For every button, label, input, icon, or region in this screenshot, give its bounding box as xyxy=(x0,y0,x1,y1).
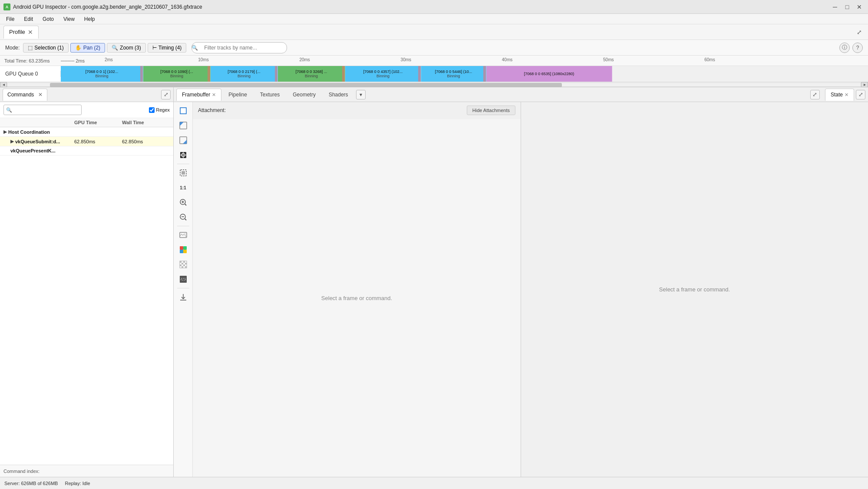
svg-rect-30 xyxy=(180,264,182,266)
app-icon: A xyxy=(3,3,10,10)
minimize-button[interactable]: ─ xyxy=(830,2,840,12)
timing-mode-button[interactable]: ⊢ Timing (4) xyxy=(148,43,187,53)
close-window-button[interactable]: ✕ xyxy=(854,2,865,12)
menu-help[interactable]: Help xyxy=(80,15,99,23)
tab-state[interactable]: State ✕ xyxy=(825,89,854,101)
filter-tracks-input[interactable] xyxy=(191,42,287,53)
scroll-right-arrow[interactable]: ▸ xyxy=(861,82,868,87)
fit-screen-button[interactable] xyxy=(176,166,190,180)
frame-select-button[interactable] xyxy=(176,104,190,118)
svg-rect-32 xyxy=(182,266,183,268)
pan-mode-button[interactable]: ✋ Pan (2) xyxy=(70,43,105,53)
maximize-button[interactable]: □ xyxy=(842,2,852,12)
commands-tab-label: Commands xyxy=(7,92,34,98)
state-tab-close[interactable]: ✕ xyxy=(845,92,848,98)
track-segment-5[interactable]: [7068 0 0 5446] (10... Binning xyxy=(421,66,486,82)
crop-br-button[interactable] xyxy=(176,133,190,147)
toolbar-right: ⓘ ? xyxy=(839,43,863,53)
tabs-overflow-button[interactable]: ▾ xyxy=(356,90,366,99)
regex-checkbox[interactable] xyxy=(149,107,155,113)
actual-size-button[interactable]: 1:1 xyxy=(176,181,190,195)
framebuffer-main: Attachment: Hide Attachments Select a fr… xyxy=(193,102,521,477)
framebuffer-panel-expand[interactable]: ⤢ xyxy=(810,90,820,99)
title-bar-left: A Android GPU Inspector - com.google.a2g… xyxy=(3,3,202,10)
solid-bg-button[interactable] xyxy=(176,272,190,286)
track-segment-3[interactable]: [7068 0 0 3268] ... Binning xyxy=(278,66,345,82)
info-button[interactable]: ⓘ xyxy=(839,43,850,53)
zoom-in-button[interactable] xyxy=(176,195,190,209)
command-index-bar: Command index: xyxy=(0,465,173,477)
image-display-button[interactable] xyxy=(176,228,190,242)
framebuffer-toolbar: 1:1 xyxy=(174,102,193,477)
profile-tab-close[interactable]: ✕ xyxy=(28,29,33,36)
mode-toolbar: Mode: ⬚ Commands Selection (1) ✋ Pan (2)… xyxy=(0,40,868,56)
crop-br-icon xyxy=(179,136,187,144)
expand-icon-vksubmit: ▶ xyxy=(10,139,14,144)
table-row[interactable]: vkQueuePresentK... xyxy=(0,146,173,155)
profile-tab[interactable]: Profile ✕ xyxy=(3,26,39,39)
zoom-mode-button[interactable]: 🔍 Zoom (3) xyxy=(107,43,146,53)
framebuffer-tab-close[interactable]: ✕ xyxy=(212,92,216,98)
commands-search-input[interactable] xyxy=(3,105,82,115)
menu-view[interactable]: View xyxy=(59,15,79,23)
app-title: Android GPU Inspector - com.google.a2g.b… xyxy=(13,4,202,10)
scroll-left-arrow[interactable]: ◂ xyxy=(0,82,7,87)
help-button[interactable]: ? xyxy=(852,43,863,53)
track-segment-0[interactable]: [7068 0 0 1] (102... Binning xyxy=(61,66,143,82)
gpu-queue-row: GPU Queue 0 [7068 0 0 1] (102... Binning… xyxy=(0,66,868,82)
hide-attachments-button[interactable]: Hide Attachments xyxy=(467,106,515,115)
cmd-search-icon: 🔍 xyxy=(6,107,12,113)
framebuffer-content-area: 1:1 xyxy=(174,102,521,477)
replay-value: Idle xyxy=(83,481,90,486)
menu-file[interactable]: File xyxy=(2,15,19,23)
zoom-icon: 🔍 xyxy=(112,45,118,51)
tab-geometry[interactable]: Geometry xyxy=(287,89,322,101)
server-status: Server: 626MB of 626MB xyxy=(4,481,58,486)
tab-pipeline[interactable]: Pipeline xyxy=(222,89,253,101)
tab-shaders[interactable]: Shaders xyxy=(323,89,354,101)
commands-tab[interactable]: Commands ✕ xyxy=(3,89,47,101)
track-segment-6[interactable]: [7068 0 0 6535] (1080x2280) xyxy=(486,66,612,82)
profile-expand-button[interactable]: ⤢ xyxy=(854,27,865,37)
scroll-thumb[interactable] xyxy=(50,83,562,87)
track-segment-4[interactable]: [7068 0 0 4357] (102... Binning xyxy=(345,66,421,82)
selection-icon: ⬚ xyxy=(28,45,33,51)
svg-line-15 xyxy=(185,204,186,205)
commands-list: ▶ Host Coordination ▶ vkQueueSubmit:d...… xyxy=(0,127,173,465)
commands-tab-close[interactable]: ✕ xyxy=(38,92,43,98)
svg-rect-23 xyxy=(180,250,183,253)
checkerboard-button[interactable] xyxy=(176,258,190,271)
tick-20ms: 20ms xyxy=(299,57,310,62)
tick-40ms: 40ms xyxy=(502,57,512,62)
image-icon xyxy=(179,231,187,239)
color-channels-button[interactable] xyxy=(176,243,190,257)
tick-10ms: 10ms xyxy=(198,57,208,62)
regex-label[interactable]: Regex xyxy=(149,107,170,113)
tick-2ms: 2ms xyxy=(105,57,113,62)
scroll-track[interactable] xyxy=(7,83,861,87)
menu-edit[interactable]: Edit xyxy=(20,15,37,23)
tab-framebuffer[interactable]: Framebuffer ✕ xyxy=(176,89,221,101)
svg-point-20 xyxy=(184,233,186,235)
state-panel-expand[interactable]: ⤢ xyxy=(856,90,865,99)
track-segment-2[interactable]: [7068 0 0 2179] (... Binning xyxy=(211,66,278,82)
server-label: Server: xyxy=(4,481,20,486)
filter-search-icon: 🔍 xyxy=(191,45,198,51)
tab-textures[interactable]: Textures xyxy=(254,89,286,101)
crosshair-button[interactable] xyxy=(176,148,190,162)
col-gpu-time: GPU Time xyxy=(74,120,122,125)
timeline-scrollbar[interactable]: ◂ ▸ xyxy=(0,82,868,87)
gpu-queue-tracks[interactable]: [7068 0 0 1] (102... Binning [7068 0 0 1… xyxy=(61,66,868,82)
pan-icon: ✋ xyxy=(75,45,82,51)
download-button[interactable] xyxy=(176,290,190,304)
table-row[interactable]: ▶ vkQueueSubmit:d... 62.850ms 62.850ms xyxy=(0,137,173,146)
selection-mode-button[interactable]: ⬚ Commands Selection (1) xyxy=(23,43,68,53)
table-row[interactable]: ▶ Host Coordination xyxy=(0,127,173,137)
menu-goto[interactable]: Goto xyxy=(38,15,58,23)
zoom-out-button[interactable] xyxy=(176,210,190,224)
track-segment-1[interactable]: [7068 0 0 1090] (... Binning xyxy=(143,66,211,82)
cmd-name-host: ▶ Host Coordination xyxy=(3,129,74,135)
crop-tl-button[interactable] xyxy=(176,119,190,132)
timeline-ticks: 2ms 10ms 20ms 30ms 40ms 50ms 60ms xyxy=(89,56,868,66)
commands-expand-button[interactable]: ⤢ xyxy=(161,90,171,99)
